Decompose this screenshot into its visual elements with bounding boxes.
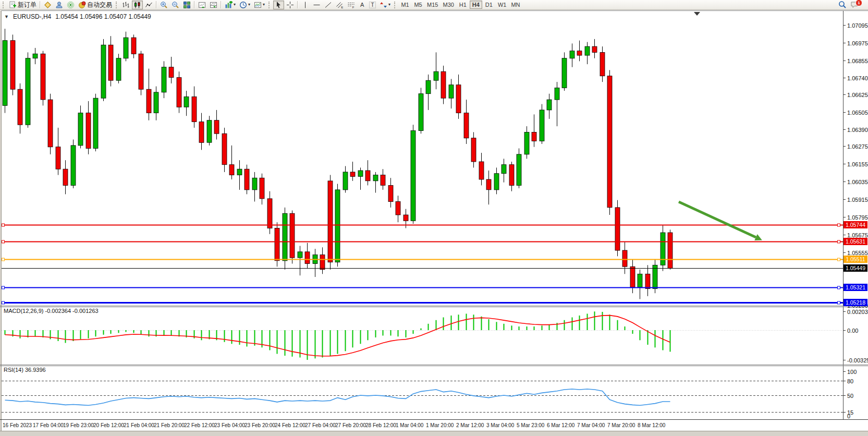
symbol-period-label: EURUSD-,H4 <box>13 13 51 20</box>
template-icon <box>254 1 262 9</box>
search-icon <box>838 1 847 9</box>
dropdown-caret-icon: ▾ <box>234 3 236 7</box>
timeframe-M15[interactable]: M15 <box>425 1 440 9</box>
toolbar: 新订单 自动交易 <box>0 0 868 10</box>
trendline-icon <box>324 1 332 9</box>
arrows-button[interactable]: ▾ <box>378 1 392 9</box>
zoom-out-icon <box>172 1 179 9</box>
toolbar-grip[interactable] <box>394 2 397 8</box>
one-click-trading-caret[interactable]: ▼ <box>4 14 9 19</box>
auto-trading-label: 自动交易 <box>87 1 112 9</box>
timeframe-W1[interactable]: W1 <box>496 1 509 9</box>
indicator-window-icon <box>210 1 217 9</box>
search-button[interactable] <box>837 1 848 9</box>
toolbar-grip[interactable] <box>116 2 118 8</box>
new-order-button[interactable]: 新订单 <box>7 1 38 9</box>
new-order-label: 新订单 <box>18 1 36 9</box>
timeframe-MN[interactable]: MN <box>509 1 522 9</box>
add-indicator-button[interactable]: ▾ <box>223 1 237 9</box>
tile-windows-icon <box>183 1 191 9</box>
bar-chart-button[interactable] <box>120 1 131 9</box>
templates-button[interactable]: ▾ <box>252 1 266 9</box>
arrows-icon <box>380 1 387 9</box>
line-chart-button[interactable] <box>143 1 154 9</box>
auto-trading-button[interactable]: 自动交易 <box>77 1 114 9</box>
text-label-icon: T <box>369 2 375 8</box>
crosshair-icon <box>286 1 294 9</box>
periods-button[interactable]: ▾ <box>238 1 252 9</box>
horizontal-line-icon <box>313 1 321 9</box>
auto-trading-icon <box>78 1 86 9</box>
candlestick-chart-button[interactable] <box>132 1 143 9</box>
indicator-window-button[interactable] <box>208 1 219 9</box>
community-button[interactable] <box>54 1 65 9</box>
crosshair-button[interactable] <box>285 1 296 9</box>
time-axis[interactable] <box>2 420 868 431</box>
pane-separator[interactable] <box>0 365 868 365</box>
indicator-list-icon <box>198 1 206 9</box>
timeframe-D1[interactable]: D1 <box>483 1 495 9</box>
dropdown-caret-icon: ▾ <box>263 3 265 7</box>
horizontal-line-button[interactable] <box>311 1 322 9</box>
text-icon: A <box>360 2 364 8</box>
timeframe-M1[interactable]: M1 <box>399 1 411 9</box>
rsi-pane[interactable] <box>2 366 843 419</box>
text-button[interactable]: A <box>357 1 367 9</box>
timeframe-H1[interactable]: H1 <box>457 1 469 9</box>
zoom-in-icon <box>160 1 168 9</box>
time-axis-border <box>0 419 868 420</box>
zoom-out-button[interactable] <box>170 1 181 9</box>
price-chart-pane[interactable] <box>2 11 843 306</box>
notification-badge: 1 <box>855 0 862 6</box>
text-label-button[interactable]: T <box>368 1 377 9</box>
toolbar-separator <box>297 1 298 8</box>
trendline-button[interactable] <box>323 1 334 9</box>
macd-indicator-label: MACD(12,26,9) -0.002364 -0.001263 <box>4 308 99 314</box>
timeframe-M30[interactable]: M30 <box>441 1 456 9</box>
signals-button[interactable] <box>65 1 76 9</box>
community-person-icon <box>55 1 63 9</box>
svg-text:F: F <box>352 6 354 9</box>
window-edge <box>0 431 868 436</box>
bar-chart-icon <box>122 1 130 9</box>
timeframe-bar: M1M5M15M30H1H4D1W1MN <box>399 1 522 9</box>
fibonacci-icon: F <box>347 1 355 9</box>
toolbar-separator <box>40 1 41 8</box>
signals-icon <box>67 1 75 9</box>
indicator-list-button[interactable] <box>197 1 207 9</box>
toolbar-separator <box>194 1 195 8</box>
ohlc-values: 1.05454 1.05496 1.05407 1.05449 <box>55 13 151 20</box>
pane-separator[interactable] <box>0 306 868 306</box>
dropdown-caret-icon: ▾ <box>388 3 390 7</box>
mt4-terminal: 新订单 自动交易 <box>0 0 868 436</box>
toolbar-grip[interactable] <box>3 2 5 8</box>
toolbar-separator <box>156 1 157 8</box>
price-axis[interactable] <box>843 11 868 419</box>
add-indicator-icon <box>225 1 233 9</box>
toolbar-grip[interactable] <box>268 2 271 8</box>
pane-separator[interactable] <box>0 366 868 366</box>
tile-windows-button[interactable] <box>181 1 192 9</box>
svg-text:E: E <box>341 6 343 9</box>
equidistant-channel-icon: E <box>336 1 344 9</box>
equidistant-channel-button[interactable]: E <box>334 1 345 9</box>
macd-pane[interactable] <box>2 307 843 365</box>
notifications-button[interactable]: 1 <box>849 1 861 9</box>
cursor-button[interactable] <box>273 1 284 9</box>
toolbar-separator <box>221 1 222 8</box>
vertical-line-button[interactable] <box>300 1 311 9</box>
fibonacci-button[interactable]: F <box>346 1 357 9</box>
chart-title: ▼ EURUSD-,H4 1.05454 1.05496 1.05407 1.0… <box>4 13 151 20</box>
periods-clock-icon <box>239 1 247 9</box>
dropdown-caret-icon: ▾ <box>248 3 250 7</box>
vertical-line-icon <box>301 1 309 9</box>
pane-separator[interactable] <box>0 307 868 307</box>
charts-profile-button[interactable] <box>42 1 53 9</box>
rsi-indicator-label: RSI(14) 36.9396 <box>4 367 46 373</box>
timeframe-M5[interactable]: M5 <box>412 1 424 9</box>
timeframe-H4[interactable]: H4 <box>470 1 482 9</box>
line-chart-icon <box>145 1 153 9</box>
zoom-in-button[interactable] <box>158 1 169 9</box>
candlestick-chart-icon <box>133 1 141 9</box>
new-order-icon <box>9 1 17 9</box>
